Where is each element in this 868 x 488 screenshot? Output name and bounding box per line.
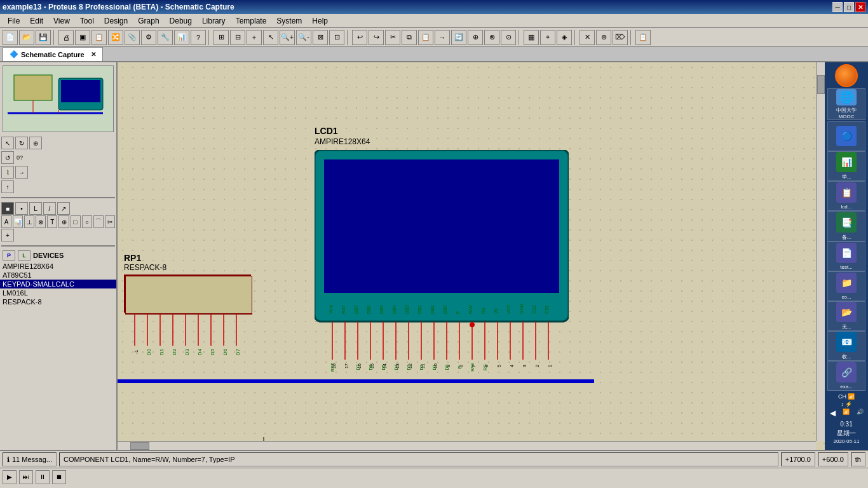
- toolbar-grid[interactable]: ⊞: [214, 30, 229, 45]
- app-co[interactable]: 📁 co...: [827, 271, 865, 301]
- mode-circle[interactable]: ○: [82, 215, 92, 228]
- menu-template[interactable]: Template: [231, 15, 272, 27]
- device-ampire[interactable]: AMPIRE128X64: [0, 262, 116, 271]
- mode-box[interactable]: □: [71, 215, 81, 228]
- h-scroll-thumb[interactable]: [130, 442, 149, 450]
- devices-btn-l[interactable]: L: [18, 250, 31, 261]
- toolbar-paste[interactable]: 📋: [418, 30, 433, 45]
- player-step[interactable]: ⏭: [19, 470, 33, 484]
- toolbar-undo[interactable]: ↩: [352, 30, 367, 45]
- tab-close-icon[interactable]: ✕: [91, 51, 96, 58]
- toolbar-btn28[interactable]: ⊕: [468, 30, 483, 45]
- menu-library[interactable]: Library: [197, 15, 231, 27]
- tab-schematic[interactable]: 🔷 Schematic Capture ✕: [3, 47, 103, 61]
- v-scroll-thumb[interactable]: [817, 75, 825, 94]
- tool-select[interactable]: ↖: [1, 137, 14, 149]
- toolbar-btn32[interactable]: ⌖: [540, 30, 555, 45]
- app-mail[interactable]: 📧 收...: [827, 331, 865, 361]
- mode-marker[interactable]: ⊗: [36, 215, 46, 228]
- menu-help[interactable]: Help: [307, 15, 333, 27]
- toolbar-zoom-fit[interactable]: ⊠: [313, 30, 328, 45]
- device-keypad[interactable]: KEYPAD-SMALLCALC: [0, 280, 116, 288]
- tray-back[interactable]: ◀: [830, 409, 836, 417]
- menu-file[interactable]: File: [3, 15, 25, 27]
- player-play[interactable]: ▶: [3, 470, 17, 484]
- toolbar-print[interactable]: 🖨: [58, 30, 74, 45]
- tool-rotate-cw[interactable]: ↻: [15, 137, 28, 149]
- toolbar-copy[interactable]: ⧉: [402, 30, 417, 45]
- mode-scissors[interactable]: ✂: [105, 215, 115, 228]
- toolbar-btn9[interactable]: ⚙: [141, 30, 156, 45]
- close-button[interactable]: ✕: [855, 2, 865, 12]
- mode-symbol[interactable]: ⊕: [58, 215, 69, 228]
- menu-tool[interactable]: Tool: [75, 15, 99, 27]
- device-lm016l[interactable]: LM016L: [0, 288, 116, 297]
- toolbar-zoom-in[interactable]: 🔍+: [280, 30, 295, 45]
- mode-bus[interactable]: /: [43, 202, 56, 215]
- mode-label[interactable]: L: [29, 202, 42, 215]
- toolbar-btn15[interactable]: +: [247, 30, 262, 45]
- devices-btn-p[interactable]: P: [3, 250, 15, 261]
- toolbar-btn34[interactable]: ✕: [580, 30, 595, 45]
- menu-graph[interactable]: Graph: [133, 15, 164, 27]
- tool-wire[interactable]: ⌇: [1, 166, 14, 179]
- toolbar-zoom-out[interactable]: 🔍-: [296, 30, 311, 45]
- toolbar-btn11[interactable]: 📊: [174, 30, 189, 45]
- toolbar-btn33[interactable]: ◈: [557, 30, 572, 45]
- app-lcd[interactable]: 📋 lcd...: [827, 181, 865, 211]
- app-test[interactable]: 📄 test...: [827, 241, 865, 271]
- toolbar-redo[interactable]: ↪: [369, 30, 384, 45]
- toolbar-btn30[interactable]: ⊙: [501, 30, 516, 45]
- mode-junction[interactable]: •: [15, 202, 28, 215]
- tool-probe[interactable]: ↑: [1, 180, 14, 193]
- v-scrollbar[interactable]: [816, 62, 825, 441]
- toolbar-btn12[interactable]: ?: [191, 30, 206, 45]
- toolbar-cut[interactable]: ✂: [385, 30, 400, 45]
- h-scrollbar[interactable]: [118, 441, 816, 450]
- toolbar-btn7[interactable]: 🔀: [108, 30, 123, 45]
- mode-text[interactable]: T: [47, 215, 57, 228]
- toolbar-btn16[interactable]: ↖: [263, 30, 278, 45]
- toolbar-save[interactable]: 💾: [36, 30, 51, 45]
- toolbar-btn36[interactable]: ⌦: [613, 30, 628, 45]
- menu-view[interactable]: View: [48, 15, 75, 27]
- mode-split[interactable]: ⊥: [24, 215, 34, 228]
- app-exa[interactable]: 🔗 exa...: [827, 361, 865, 391]
- minimize-button[interactable]: ─: [832, 2, 843, 12]
- maximize-button[interactable]: □: [844, 2, 854, 12]
- toolbar-btn26[interactable]: →: [435, 30, 450, 45]
- tool-component[interactable]: ⊕: [29, 137, 42, 149]
- schematic-area[interactable]: RP1 RESPACK-8: [118, 62, 825, 450]
- menu-system[interactable]: System: [271, 15, 307, 27]
- app-study[interactable]: 📊 学...: [827, 151, 865, 181]
- mode-port[interactable]: A: [1, 215, 11, 228]
- toolbar-btn27[interactable]: 🔄: [451, 30, 466, 45]
- player-stop[interactable]: ⏹: [52, 470, 66, 484]
- toolbar-btn10[interactable]: 🔧: [158, 30, 173, 45]
- toolbar-btn8[interactable]: 📎: [125, 30, 140, 45]
- menu-edit[interactable]: Edit: [25, 15, 48, 27]
- toolbar-prop[interactable]: ▦: [524, 30, 539, 45]
- toolbar-grid2[interactable]: ⊟: [230, 30, 245, 45]
- toolbar-btn6[interactable]: 📋: [92, 30, 107, 45]
- tool-arrow[interactable]: →: [15, 166, 28, 179]
- app-blue[interactable]: 🔵: [827, 121, 865, 151]
- device-respack[interactable]: RESPACK-8: [0, 297, 116, 306]
- mode-component[interactable]: ■: [1, 202, 14, 215]
- mode-sub[interactable]: ↗: [57, 202, 70, 215]
- mode-graph[interactable]: 📊: [13, 215, 23, 228]
- player-pause[interactable]: ⏸: [36, 470, 50, 484]
- mode-plus[interactable]: +: [1, 229, 14, 241]
- windows-logo-area[interactable]: [825, 62, 868, 88]
- device-at89c51[interactable]: AT89C51: [0, 271, 116, 280]
- toolbar-new[interactable]: 📄: [3, 30, 18, 45]
- tool-rotate-ccw[interactable]: ↺: [1, 151, 14, 164]
- toolbar-open[interactable]: 📂: [19, 30, 34, 45]
- menu-design[interactable]: Design: [99, 15, 133, 27]
- toolbar-btn5[interactable]: ▣: [75, 30, 90, 45]
- app-mooc[interactable]: 🌐 中国大学MOOC: [827, 88, 865, 120]
- mode-arc[interactable]: ⌒: [93, 215, 104, 228]
- toolbar-btn35[interactable]: ⊛: [596, 30, 611, 45]
- toolbar-btn29[interactable]: ⊗: [484, 30, 499, 45]
- app-excel[interactable]: 📑 备...: [827, 211, 865, 241]
